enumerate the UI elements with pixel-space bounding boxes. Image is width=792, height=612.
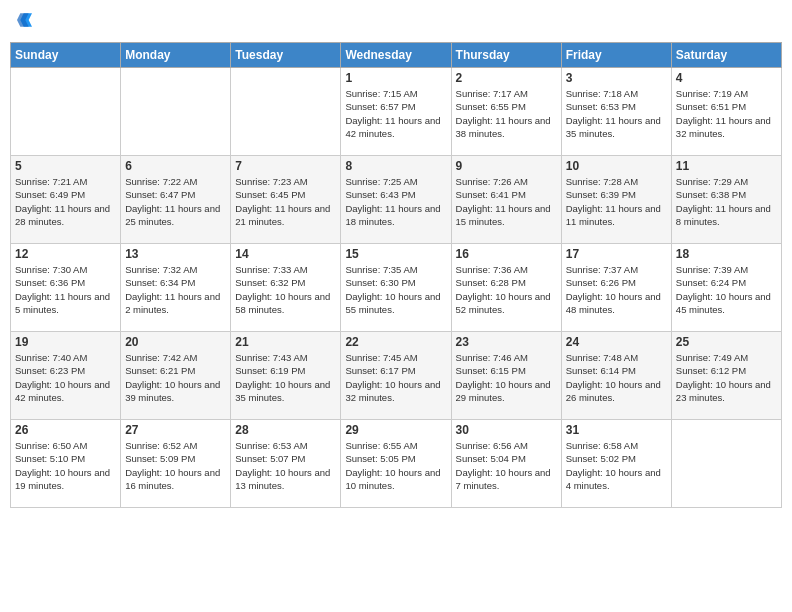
day-cell: 25Sunrise: 7:49 AM Sunset: 6:12 PM Dayli…: [671, 332, 781, 420]
day-info: Sunrise: 7:30 AM Sunset: 6:36 PM Dayligh…: [15, 263, 116, 316]
day-info: Sunrise: 7:39 AM Sunset: 6:24 PM Dayligh…: [676, 263, 777, 316]
day-cell: [671, 420, 781, 508]
day-cell: 27Sunrise: 6:52 AM Sunset: 5:09 PM Dayli…: [121, 420, 231, 508]
day-info: Sunrise: 7:49 AM Sunset: 6:12 PM Dayligh…: [676, 351, 777, 404]
day-info: Sunrise: 7:43 AM Sunset: 6:19 PM Dayligh…: [235, 351, 336, 404]
day-number: 13: [125, 247, 226, 261]
day-number: 3: [566, 71, 667, 85]
day-info: Sunrise: 7:29 AM Sunset: 6:38 PM Dayligh…: [676, 175, 777, 228]
day-cell: 31Sunrise: 6:58 AM Sunset: 5:02 PM Dayli…: [561, 420, 671, 508]
day-cell: 4Sunrise: 7:19 AM Sunset: 6:51 PM Daylig…: [671, 68, 781, 156]
day-cell: 6Sunrise: 7:22 AM Sunset: 6:47 PM Daylig…: [121, 156, 231, 244]
day-info: Sunrise: 7:46 AM Sunset: 6:15 PM Dayligh…: [456, 351, 557, 404]
day-cell: 29Sunrise: 6:55 AM Sunset: 5:05 PM Dayli…: [341, 420, 451, 508]
day-info: Sunrise: 7:15 AM Sunset: 6:57 PM Dayligh…: [345, 87, 446, 140]
day-number: 16: [456, 247, 557, 261]
day-info: Sunrise: 6:53 AM Sunset: 5:07 PM Dayligh…: [235, 439, 336, 492]
calendar: SundayMondayTuesdayWednesdayThursdayFrid…: [10, 42, 782, 508]
day-cell: 17Sunrise: 7:37 AM Sunset: 6:26 PM Dayli…: [561, 244, 671, 332]
day-number: 27: [125, 423, 226, 437]
day-cell: 30Sunrise: 6:56 AM Sunset: 5:04 PM Dayli…: [451, 420, 561, 508]
day-cell: 19Sunrise: 7:40 AM Sunset: 6:23 PM Dayli…: [11, 332, 121, 420]
day-number: 12: [15, 247, 116, 261]
day-cell: 3Sunrise: 7:18 AM Sunset: 6:53 PM Daylig…: [561, 68, 671, 156]
day-cell: 13Sunrise: 7:32 AM Sunset: 6:34 PM Dayli…: [121, 244, 231, 332]
day-info: Sunrise: 7:23 AM Sunset: 6:45 PM Dayligh…: [235, 175, 336, 228]
day-cell: [231, 68, 341, 156]
day-number: 26: [15, 423, 116, 437]
week-row: 19Sunrise: 7:40 AM Sunset: 6:23 PM Dayli…: [11, 332, 782, 420]
day-cell: 1Sunrise: 7:15 AM Sunset: 6:57 PM Daylig…: [341, 68, 451, 156]
day-number: 2: [456, 71, 557, 85]
day-header: Friday: [561, 43, 671, 68]
day-number: 21: [235, 335, 336, 349]
day-number: 4: [676, 71, 777, 85]
day-cell: 24Sunrise: 7:48 AM Sunset: 6:14 PM Dayli…: [561, 332, 671, 420]
day-info: Sunrise: 7:35 AM Sunset: 6:30 PM Dayligh…: [345, 263, 446, 316]
day-cell: [11, 68, 121, 156]
day-info: Sunrise: 7:40 AM Sunset: 6:23 PM Dayligh…: [15, 351, 116, 404]
day-info: Sunrise: 6:52 AM Sunset: 5:09 PM Dayligh…: [125, 439, 226, 492]
week-row: 26Sunrise: 6:50 AM Sunset: 5:10 PM Dayli…: [11, 420, 782, 508]
day-number: 20: [125, 335, 226, 349]
day-number: 6: [125, 159, 226, 173]
day-cell: [121, 68, 231, 156]
day-info: Sunrise: 7:26 AM Sunset: 6:41 PM Dayligh…: [456, 175, 557, 228]
day-header: Sunday: [11, 43, 121, 68]
day-number: 7: [235, 159, 336, 173]
day-number: 28: [235, 423, 336, 437]
day-number: 1: [345, 71, 446, 85]
day-info: Sunrise: 6:58 AM Sunset: 5:02 PM Dayligh…: [566, 439, 667, 492]
day-number: 22: [345, 335, 446, 349]
day-header: Tuesday: [231, 43, 341, 68]
day-number: 5: [15, 159, 116, 173]
day-cell: 9Sunrise: 7:26 AM Sunset: 6:41 PM Daylig…: [451, 156, 561, 244]
week-row: 5Sunrise: 7:21 AM Sunset: 6:49 PM Daylig…: [11, 156, 782, 244]
day-header: Wednesday: [341, 43, 451, 68]
day-cell: 26Sunrise: 6:50 AM Sunset: 5:10 PM Dayli…: [11, 420, 121, 508]
day-info: Sunrise: 7:36 AM Sunset: 6:28 PM Dayligh…: [456, 263, 557, 316]
day-header: Saturday: [671, 43, 781, 68]
week-row: 1Sunrise: 7:15 AM Sunset: 6:57 PM Daylig…: [11, 68, 782, 156]
day-cell: 8Sunrise: 7:25 AM Sunset: 6:43 PM Daylig…: [341, 156, 451, 244]
day-number: 14: [235, 247, 336, 261]
day-cell: 16Sunrise: 7:36 AM Sunset: 6:28 PM Dayli…: [451, 244, 561, 332]
day-cell: 18Sunrise: 7:39 AM Sunset: 6:24 PM Dayli…: [671, 244, 781, 332]
day-number: 11: [676, 159, 777, 173]
day-number: 24: [566, 335, 667, 349]
day-header: Thursday: [451, 43, 561, 68]
day-cell: 21Sunrise: 7:43 AM Sunset: 6:19 PM Dayli…: [231, 332, 341, 420]
day-info: Sunrise: 7:25 AM Sunset: 6:43 PM Dayligh…: [345, 175, 446, 228]
day-number: 30: [456, 423, 557, 437]
day-info: Sunrise: 6:50 AM Sunset: 5:10 PM Dayligh…: [15, 439, 116, 492]
logo: [10, 10, 32, 34]
day-info: Sunrise: 7:22 AM Sunset: 6:47 PM Dayligh…: [125, 175, 226, 228]
day-info: Sunrise: 7:45 AM Sunset: 6:17 PM Dayligh…: [345, 351, 446, 404]
day-number: 9: [456, 159, 557, 173]
day-info: Sunrise: 7:32 AM Sunset: 6:34 PM Dayligh…: [125, 263, 226, 316]
header: [10, 10, 782, 34]
day-cell: 15Sunrise: 7:35 AM Sunset: 6:30 PM Dayli…: [341, 244, 451, 332]
day-header: Monday: [121, 43, 231, 68]
day-cell: 12Sunrise: 7:30 AM Sunset: 6:36 PM Dayli…: [11, 244, 121, 332]
day-cell: 7Sunrise: 7:23 AM Sunset: 6:45 PM Daylig…: [231, 156, 341, 244]
day-number: 18: [676, 247, 777, 261]
header-row: SundayMondayTuesdayWednesdayThursdayFrid…: [11, 43, 782, 68]
day-cell: 14Sunrise: 7:33 AM Sunset: 6:32 PM Dayli…: [231, 244, 341, 332]
day-number: 15: [345, 247, 446, 261]
day-info: Sunrise: 7:33 AM Sunset: 6:32 PM Dayligh…: [235, 263, 336, 316]
page: SundayMondayTuesdayWednesdayThursdayFrid…: [0, 0, 792, 612]
day-number: 29: [345, 423, 446, 437]
day-info: Sunrise: 6:56 AM Sunset: 5:04 PM Dayligh…: [456, 439, 557, 492]
day-cell: 20Sunrise: 7:42 AM Sunset: 6:21 PM Dayli…: [121, 332, 231, 420]
day-info: Sunrise: 7:28 AM Sunset: 6:39 PM Dayligh…: [566, 175, 667, 228]
day-cell: 22Sunrise: 7:45 AM Sunset: 6:17 PM Dayli…: [341, 332, 451, 420]
day-cell: 5Sunrise: 7:21 AM Sunset: 6:49 PM Daylig…: [11, 156, 121, 244]
day-info: Sunrise: 7:19 AM Sunset: 6:51 PM Dayligh…: [676, 87, 777, 140]
day-cell: 28Sunrise: 6:53 AM Sunset: 5:07 PM Dayli…: [231, 420, 341, 508]
day-number: 19: [15, 335, 116, 349]
day-info: Sunrise: 6:55 AM Sunset: 5:05 PM Dayligh…: [345, 439, 446, 492]
day-number: 17: [566, 247, 667, 261]
day-info: Sunrise: 7:37 AM Sunset: 6:26 PM Dayligh…: [566, 263, 667, 316]
day-number: 23: [456, 335, 557, 349]
